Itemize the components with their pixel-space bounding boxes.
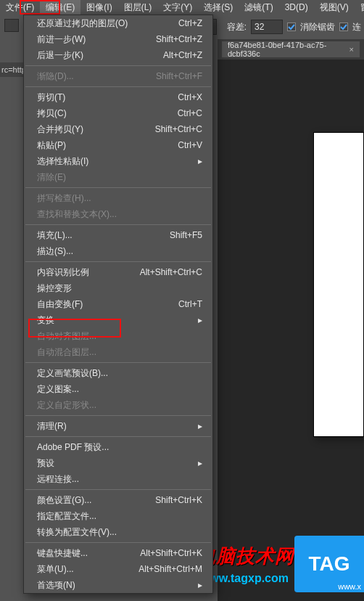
menu-file[interactable]: 文件(F) (0, 0, 40, 15)
left-edge: rc=http (0, 15, 23, 601)
watermark-url: www.tagxp.com (201, 572, 289, 585)
canvas-area[interactable] (218, 60, 364, 601)
menu-separator (25, 65, 211, 66)
menu-separator (25, 542, 211, 543)
document-tab[interactable]: f6a74be81-0bef-417b-ac75-dcbf336c × (222, 41, 360, 57)
document-tab-title: f6a74be81-0bef-417b-ac75-dcbf336c (228, 41, 345, 58)
menuitem-remote-connection[interactable]: 远程连接... (24, 471, 212, 487)
menuitem-paste-special[interactable]: 选择性粘贴(I)▸ (24, 153, 212, 169)
menu-layer[interactable]: 图层(L) (118, 0, 158, 15)
close-icon[interactable]: × (349, 45, 354, 54)
menuitem-define-shape: 定义自定形状... (24, 397, 212, 413)
menuitem-convert-profile[interactable]: 转换为配置文件(V)... (24, 524, 212, 540)
menuitem-spellcheck: 拼写检查(H)... (24, 190, 212, 206)
menuitem-undo[interactable]: 还原通过拷贝的图层(O)Ctrl+Z (24, 15, 212, 31)
menuitem-find-replace: 查找和替换文本(X)... (24, 206, 212, 222)
menuitem-copy-merged[interactable]: 合并拷贝(Y)Shift+Ctrl+C (24, 121, 212, 137)
menuitem-step-forward[interactable]: 前进一步(W)Shift+Ctrl+Z (24, 31, 212, 47)
menuitem-define-pattern[interactable]: 定义图案... (24, 381, 212, 397)
submenu-arrow-icon: ▸ (198, 315, 202, 325)
watermark-tag-sub: www.x (338, 582, 361, 591)
menuitem-define-brush[interactable]: 定义画笔预设(B)... (24, 365, 212, 381)
menu-view[interactable]: 视图(V) (314, 0, 355, 15)
menu-separator (25, 436, 211, 437)
menu-separator (25, 489, 211, 490)
menuitem-fill[interactable]: 填充(L)...Shift+F5 (24, 227, 212, 243)
menuitem-puppet-warp[interactable]: 操控变形 (24, 280, 212, 296)
menu-select[interactable]: 选择(S) (198, 0, 239, 15)
options-bar: 容差: 消除锯齿 连 (197, 15, 364, 39)
menuitem-transform[interactable]: 变换▸ (24, 312, 212, 328)
document-tabbar: f6a74be81-0bef-417b-ac75-dcbf336c × (218, 39, 364, 60)
menuitem-clear: 清除(E) (24, 169, 212, 185)
tolerance-label: 容差: (227, 21, 247, 33)
submenu-arrow-icon: ▸ (198, 156, 202, 166)
menuitem-color-settings[interactable]: 颜色设置(G)...Shift+Ctrl+K (24, 492, 212, 508)
submenu-arrow-icon: ▸ (198, 580, 202, 590)
menu-3d[interactable]: 3D(D) (279, 1, 314, 14)
menuitem-paste[interactable]: 粘贴(P)Ctrl+V (24, 137, 212, 153)
menuitem-fade: 渐隐(D)...Shift+Ctrl+F (24, 68, 212, 84)
tool-slot[interactable] (4, 19, 19, 32)
menuitem-assign-profile[interactable]: 指定配置文件... (24, 508, 212, 524)
menu-filter[interactable]: 滤镜(T) (239, 0, 278, 15)
menu-separator (25, 187, 211, 188)
menu-type[interactable]: 文字(Y) (157, 0, 198, 15)
menu-separator (25, 224, 211, 225)
menuitem-pdf-presets[interactable]: Adobe PDF 预设... (24, 439, 212, 455)
menu-image[interactable]: 图像(I) (80, 0, 117, 15)
menu-window[interactable]: 窗口 (355, 0, 364, 15)
edit-menu-dropdown: 还原通过拷贝的图层(O)Ctrl+Z 前进一步(W)Shift+Ctrl+Z 后… (23, 15, 213, 594)
menuitem-stroke[interactable]: 描边(S)... (24, 243, 212, 259)
menuitem-free-transform[interactable]: 自由变换(F)Ctrl+T (24, 296, 212, 312)
menuitem-preferences[interactable]: 首选项(N)▸ (24, 577, 212, 593)
menu-separator (25, 362, 211, 363)
menu-separator (25, 415, 211, 416)
menuitem-step-backward[interactable]: 后退一步(K)Alt+Ctrl+Z (24, 47, 212, 63)
menubar: 文件(F) 编辑(E) 图像(I) 图层(L) 文字(Y) 选择(S) 滤镜(T… (0, 0, 364, 15)
menuitem-copy[interactable]: 拷贝(C)Ctrl+C (24, 105, 212, 121)
tolerance-input[interactable] (251, 20, 283, 34)
menuitem-menus[interactable]: 菜单(U)...Alt+Shift+Ctrl+M (24, 561, 212, 577)
menuitem-cut[interactable]: 剪切(T)Ctrl+X (24, 89, 212, 105)
menuitem-purge[interactable]: 清理(R)▸ (24, 418, 212, 434)
canvas-document[interactable] (313, 132, 364, 437)
menu-separator (25, 86, 211, 87)
menuitem-content-aware-scale[interactable]: 内容识别比例Alt+Shift+Ctrl+C (24, 264, 212, 280)
menu-edit[interactable]: 编辑(E) (40, 0, 80, 15)
contiguous-checkbox[interactable] (339, 23, 348, 31)
src-hint: rc=http (0, 62, 23, 77)
submenu-arrow-icon: ▸ (198, 421, 202, 431)
antialias-label: 消除锯齿 (300, 21, 335, 33)
menuitem-auto-align: 自动对齐图层... (24, 328, 212, 344)
antialias-checkbox[interactable] (287, 23, 296, 31)
contiguous-label: 连 (352, 21, 361, 33)
submenu-arrow-icon: ▸ (198, 458, 202, 468)
menuitem-presets[interactable]: 预设▸ (24, 455, 212, 471)
menuitem-keyboard-shortcuts[interactable]: 键盘快捷键...Alt+Shift+Ctrl+K (24, 545, 212, 561)
menu-separator (25, 261, 211, 262)
menuitem-auto-blend: 自动混合图层... (24, 344, 212, 360)
